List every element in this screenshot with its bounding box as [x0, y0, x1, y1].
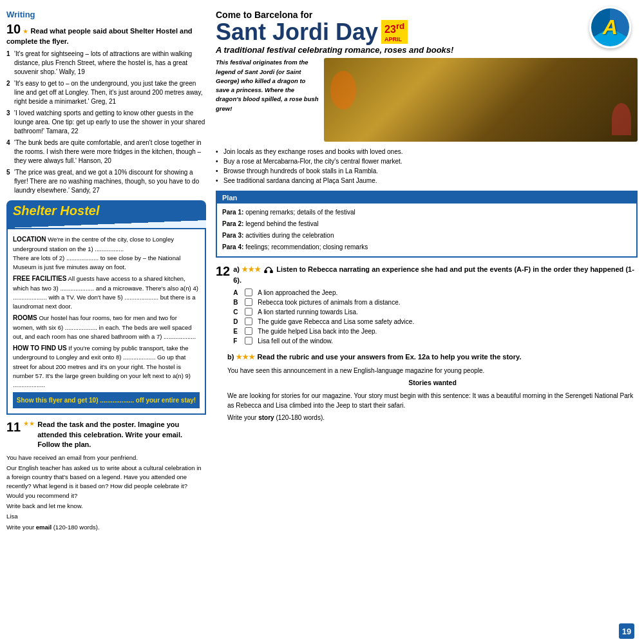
left-column: Writing 10 ★ Read what people said about… — [6, 10, 206, 634]
para1: Para 1: opening remarks; details of the … — [222, 207, 631, 218]
location-label: LOCATION — [13, 236, 46, 243]
fill7: 7) ................... — [156, 333, 196, 340]
ex12a: 12 a) ★★★ Listen to Rebecca narrating an… — [216, 264, 638, 346]
events-list: A A lion approached the Jeep. B Rebecca … — [233, 289, 638, 345]
event-B-letter: B — [233, 299, 240, 306]
quote-2: 'It's easy to get to – on the undergroun… — [6, 79, 206, 106]
shelter-title: Shelter Hostel — [13, 204, 200, 217]
story-intro: You have seen this announcement in a new… — [227, 366, 638, 375]
event-A-text: A lion approached the Jeep. — [258, 289, 337, 296]
page-number: 19 — [619, 623, 634, 639]
ex12a-header: a) ★★★ Listen to Rebecca narrating an ex… — [233, 264, 638, 285]
email-label: email — [36, 524, 52, 531]
date-badge: 23rd APRIL — [381, 20, 408, 44]
fill10: 10) ................... — [89, 397, 134, 404]
exercise-12: 12 a) ★★★ Listen to Rebecca narrating an… — [216, 264, 638, 422]
shelter-location: LOCATION We're in the centre of the city… — [13, 234, 200, 272]
event-E: E The guide helped Lisa back into the Je… — [233, 327, 638, 335]
plan-content: Para 1: opening remarks; details of the … — [217, 204, 636, 256]
event-C: C A lion started running towards Lisa. — [233, 308, 638, 316]
shelter-how: HOW TO FIND US If you're coming by publi… — [13, 343, 200, 390]
festival-subtitle: A traditional festival celebrating roman… — [216, 45, 638, 55]
flyer-text1: Show this flyer and get — [17, 397, 87, 404]
free-text3: with a TV. We don't have — [48, 294, 115, 301]
fill2: 2) ................... — [59, 254, 99, 261]
event-C-text: A lion started running towards Lisa. — [258, 308, 358, 316]
section-badge: A — [589, 6, 631, 48]
ex11-email: You have received an email from your pen… — [6, 453, 206, 522]
email-sign2: Lisa — [6, 512, 206, 521]
ex12b-header: b) ★★★ Read the rubric and use your answ… — [227, 352, 638, 363]
event-C-letter: C — [233, 308, 240, 316]
fill5: 5) .................... — [117, 294, 158, 301]
event-C-checkbox[interactable] — [245, 308, 252, 316]
sant-jordi-title: Sant Jordi Day — [216, 21, 378, 44]
story-block: You have seen this announcement in a new… — [227, 366, 638, 422]
event-E-checkbox[interactable] — [245, 327, 252, 335]
ex12-number: 12 — [216, 264, 230, 279]
event-D-text: The guide gave Rebecca and Lisa some saf… — [258, 318, 414, 325]
event-D-checkbox[interactable] — [245, 317, 252, 325]
legend-text: This festival originates from the legend… — [216, 58, 319, 142]
ex11-word-count: Write your email (120-180 words). — [6, 524, 206, 531]
shelter-facilities: FREE FACILITIES All guests have access t… — [13, 274, 200, 311]
event-D-letter: D — [233, 318, 240, 325]
ex10-number: 10 — [6, 22, 21, 36]
location-text2: There are lots of — [13, 254, 57, 261]
ex12b-label: b) — [227, 353, 234, 361]
plan-header: Plan — [217, 192, 636, 204]
svg-rect-1 — [270, 270, 272, 273]
ex11-number: 11 — [6, 420, 21, 435]
stories-text: We are looking for stories for our magaz… — [227, 391, 638, 410]
event-D: D The guide gave Rebecca and Lisa some s… — [233, 317, 638, 325]
shelter-rooms: ROOMS Our hostel has four rooms, two for… — [13, 313, 200, 341]
event-B-checkbox[interactable] — [245, 298, 252, 306]
activities-list: Join locals as they exchange roses and b… — [216, 147, 638, 185]
badge-letter: A — [603, 15, 618, 39]
word-count-text: (120-180 words). — [53, 524, 100, 531]
para3: Para 3: activities during the celebratio… — [222, 230, 631, 242]
event-E-text: The guide helped Lisa back into the Jeep… — [258, 328, 377, 335]
free-label: FREE FACILITIES — [13, 275, 66, 282]
rooms-label: ROOMS — [13, 314, 37, 321]
ex10-stars: ★ — [23, 28, 28, 35]
how-label: HOW TO FIND US — [13, 345, 67, 352]
fill8: 8) ................... — [116, 354, 155, 361]
quote-3: 'I loved watching sports and getting to … — [6, 109, 206, 136]
bullet-3: Browse through hundreds of book stalls i… — [216, 166, 638, 176]
exercise-10: 10 ★ Read what people said about Shelter… — [6, 22, 206, 195]
shelter-wave — [6, 220, 206, 228]
fill3: 3) .................... — [53, 285, 94, 292]
event-A-checkbox[interactable] — [245, 289, 252, 296]
event-A: A A lion approached the Jeep. — [233, 289, 638, 296]
main-content: Writing 10 ★ Read what people said about… — [6, 10, 638, 634]
story-label: story — [258, 414, 274, 421]
right-column: Come to Barcelona for Sant Jordi Day 23r… — [216, 10, 638, 634]
para1-text: opening remarks; details of the festival — [245, 209, 355, 216]
ex12a-stars: ★★★ — [242, 265, 261, 273]
date-superscript: rd — [396, 21, 404, 31]
date-month: APRIL — [384, 36, 402, 43]
bullet-2: Buy a rose at Mercabarna-Flor, the city'… — [216, 156, 638, 166]
quote-1: 'It's great for sightseeing – lots of at… — [6, 50, 206, 77]
ex12b-instruction: Read the rubric and use your answers fro… — [258, 353, 522, 361]
ex10-quotes: 'It's great for sightseeing – lots of at… — [6, 50, 206, 195]
flyer-banner: Show this flyer and get 10) ............… — [13, 392, 200, 408]
event-F-letter: F — [233, 337, 240, 345]
ex11-stars: ★★ — [23, 420, 35, 427]
ex12a-instruction: Listen to Rebecca narrating an experienc… — [233, 265, 634, 284]
shelter-content: LOCATION We're in the centre of the city… — [6, 228, 206, 415]
festival-content: This festival originates from the legend… — [216, 58, 638, 142]
page: A Writing 10 ★ Read what people said abo… — [0, 0, 644, 644]
shelter-header: Shelter Hostel — [6, 200, 206, 221]
bullet-1: Join locals as they exchange roses and b… — [216, 147, 638, 156]
fill6: 6) ................... — [58, 324, 97, 331]
plan-box: Plan Para 1: opening remarks; details of… — [216, 191, 638, 258]
event-F-text: Lisa fell out of the window. — [258, 337, 333, 345]
quote-4: 'The bunk beds are quite comfortable, an… — [6, 138, 206, 166]
event-F-checkbox[interactable] — [245, 337, 252, 345]
para2-text: legend behind the festival — [245, 220, 318, 227]
sant-jordi-row: Sant Jordi Day 23rd APRIL — [216, 20, 638, 44]
quote-5: 'The price was great, and we got a 10% d… — [6, 168, 206, 195]
bullet-4: See traditional sardana dancing at Plaça… — [216, 176, 638, 185]
